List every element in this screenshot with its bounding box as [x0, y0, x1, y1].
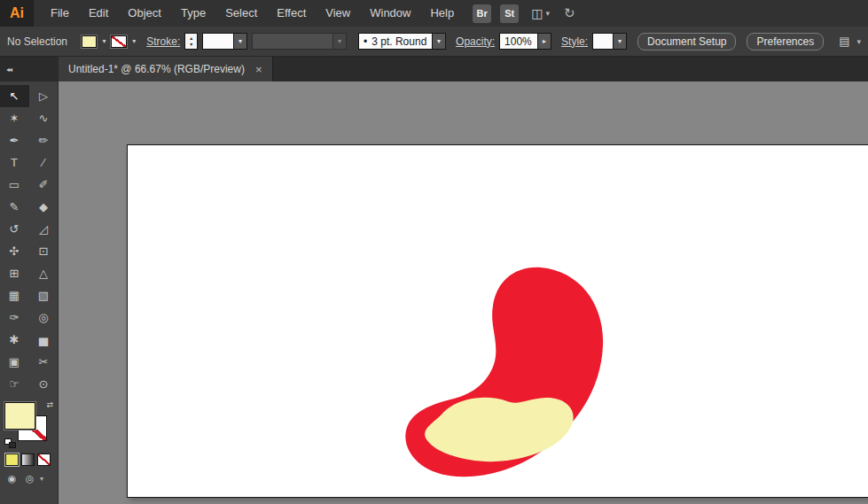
- preferences-button[interactable]: Preferences: [747, 33, 824, 50]
- arrange-documents-icon[interactable]: ◫: [531, 6, 543, 20]
- draw-behind-button[interactable]: ◎: [22, 472, 37, 485]
- pen-tool[interactable]: ✒: [0, 129, 29, 151]
- drawing-mode-chevron-icon[interactable]: ▾: [40, 475, 43, 483]
- width-tool[interactable]: ✣: [0, 240, 29, 262]
- style-select[interactable]: ▾: [592, 33, 627, 50]
- close-icon[interactable]: ×: [255, 63, 262, 76]
- menu-file[interactable]: File: [41, 0, 79, 27]
- line-segment-tool[interactable]: ∕: [29, 151, 59, 174]
- opacity-label[interactable]: Opacity:: [456, 35, 495, 48]
- color-mode-row: [5, 454, 58, 466]
- menu-view[interactable]: View: [316, 0, 360, 27]
- default-fill-stroke-icon[interactable]: [4, 438, 16, 448]
- type-tool[interactable]: T: [0, 151, 29, 174]
- rectangle-tool[interactable]: ▭: [0, 174, 29, 196]
- fill-indicator[interactable]: [4, 402, 35, 430]
- paintbrush-tool[interactable]: ✐: [29, 174, 59, 196]
- symbol-sprayer-tool[interactable]: ✱: [0, 329, 29, 351]
- swap-fill-stroke-icon[interactable]: ⇄: [46, 400, 53, 409]
- menu-bar: Ai FileEditObjectTypeSelectEffectViewWin…: [0, 0, 868, 27]
- menu-effect[interactable]: Effect: [267, 0, 316, 27]
- step-down-icon[interactable]: ▾: [190, 42, 192, 48]
- menu-type[interactable]: Type: [171, 0, 215, 27]
- chevron-down-icon: ▾: [333, 33, 347, 50]
- step-up-icon[interactable]: ▴: [190, 35, 192, 42]
- stroke-weight-value[interactable]: [202, 33, 234, 50]
- chevron-down-icon[interactable]: ▾: [545, 9, 550, 18]
- document-setup-button[interactable]: Document Setup: [637, 33, 736, 50]
- popup-arrow-icon[interactable]: ▸: [538, 33, 551, 50]
- default-stroke-mini: [9, 442, 16, 448]
- column-graph-tool[interactable]: ▅: [29, 329, 59, 351]
- stroke-profile-value: [252, 33, 333, 50]
- artwork-layer: [59, 81, 868, 504]
- chevron-down-icon[interactable]: ▾: [614, 33, 627, 50]
- perspective-grid-tool[interactable]: △: [29, 262, 59, 284]
- chevron-down-icon[interactable]: ▾: [856, 37, 861, 46]
- selection-tool[interactable]: ↖: [0, 85, 29, 107]
- free-transform-tool[interactable]: ⊡: [29, 240, 59, 262]
- hand-tool[interactable]: ☞: [0, 373, 29, 395]
- stroke-chevron-icon[interactable]: ▾: [131, 37, 137, 45]
- none-button[interactable]: [37, 454, 51, 466]
- tool-grid: ↖▷✶∿✒✏T∕▭✐✎◆↺◿✣⊡⊞△▦▧✑◎✱▅▣✂☞⊙: [0, 85, 58, 395]
- gradient-button[interactable]: [21, 454, 35, 466]
- stock-button[interactable]: St: [500, 4, 519, 23]
- document-tab[interactable]: Untitled-1* @ 66.67% (RGB/Preview) ×: [59, 57, 273, 81]
- bridge-button[interactable]: Br: [473, 4, 491, 23]
- document-tab-bar: ◂◂ Untitled-1* @ 66.67% (RGB/Preview) ×: [0, 57, 868, 81]
- brush-preview-icon: •: [364, 35, 367, 48]
- fill-color-swatch[interactable]: [82, 35, 98, 48]
- draw-normal-button[interactable]: ◉: [4, 472, 20, 485]
- illustrator-logo: Ai: [0, 0, 34, 27]
- artboard-tool[interactable]: ▣: [0, 351, 29, 373]
- stroke-color-swatch[interactable]: [111, 35, 127, 48]
- tools-panel-collapse[interactable]: ◂◂: [0, 57, 59, 81]
- lasso-tool[interactable]: ∿: [29, 107, 59, 129]
- magic-wand-tool[interactable]: ✶: [0, 107, 29, 129]
- collapse-arrows-icon[interactable]: ◂◂: [6, 66, 12, 74]
- brush-name: 3 pt. Round: [371, 35, 426, 48]
- menu-help[interactable]: Help: [420, 0, 464, 27]
- fill-chevron-icon[interactable]: ▾: [101, 37, 106, 45]
- style-value[interactable]: [592, 33, 614, 50]
- scale-tool[interactable]: ◿: [29, 218, 59, 240]
- menu-object[interactable]: Object: [118, 0, 171, 27]
- style-label[interactable]: Style:: [561, 35, 588, 48]
- brush-definition-value[interactable]: • 3 pt. Round: [358, 33, 433, 50]
- slice-tool[interactable]: ✂: [29, 351, 59, 373]
- drawing-mode-row: ◉ ◎ ▾: [4, 472, 58, 485]
- align-panel-icon[interactable]: ▤: [839, 35, 849, 48]
- direct-selection-tool[interactable]: ▷: [29, 85, 59, 107]
- canvas-area[interactable]: [59, 81, 868, 504]
- brush-definition-select[interactable]: • 3 pt. Round ▾: [358, 33, 446, 50]
- color-button[interactable]: [5, 454, 19, 466]
- stroke-profile-select[interactable]: ▾: [252, 33, 347, 50]
- pencil-tool[interactable]: ✎: [0, 196, 29, 218]
- chevron-down-icon[interactable]: ▾: [433, 33, 446, 50]
- opacity-select[interactable]: 100% ▸: [499, 33, 551, 50]
- menu-select[interactable]: Select: [215, 0, 267, 27]
- control-bar: No Selection ▾ ▾ Stroke: ▴ ▾ ▾ ▾ • 3 pt.…: [0, 27, 868, 57]
- eyedropper-tool[interactable]: ✑: [0, 306, 29, 329]
- curvature-tool[interactable]: ✏: [29, 129, 59, 151]
- gradient-tool[interactable]: ▧: [29, 284, 59, 306]
- zoom-tool[interactable]: ⊙: [29, 373, 59, 395]
- eraser-tool[interactable]: ◆: [29, 196, 59, 218]
- stroke-weight-select[interactable]: ▾: [202, 33, 247, 50]
- document-tab-title: Untitled-1* @ 66.67% (RGB/Preview): [68, 63, 245, 75]
- tools-panel: ↖▷✶∿✒✏T∕▭✐✎◆↺◿✣⊡⊞△▦▧✑◎✱▅▣✂☞⊙ ⇄ ◉ ◎ ▾: [0, 81, 59, 504]
- rotate-tool[interactable]: ↺: [0, 218, 29, 240]
- workspace: ↖▷✶∿✒✏T∕▭✐✎◆↺◿✣⊡⊞△▦▧✑◎✱▅▣✂☞⊙ ⇄ ◉ ◎ ▾: [0, 81, 868, 504]
- menu-window[interactable]: Window: [360, 0, 420, 27]
- touch-workspace-icon[interactable]: ↻: [564, 5, 575, 21]
- shape-builder-tool[interactable]: ⊞: [0, 262, 29, 284]
- blend-tool[interactable]: ◎: [29, 306, 59, 329]
- mesh-tool[interactable]: ▦: [0, 284, 29, 306]
- menu-edit[interactable]: Edit: [79, 0, 118, 27]
- stroke-label[interactable]: Stroke:: [146, 35, 180, 48]
- chevron-down-icon[interactable]: ▾: [234, 33, 247, 50]
- opacity-value[interactable]: 100%: [499, 33, 538, 50]
- stroke-weight-stepper[interactable]: ▴ ▾: [184, 33, 198, 50]
- selection-status: No Selection: [7, 35, 77, 48]
